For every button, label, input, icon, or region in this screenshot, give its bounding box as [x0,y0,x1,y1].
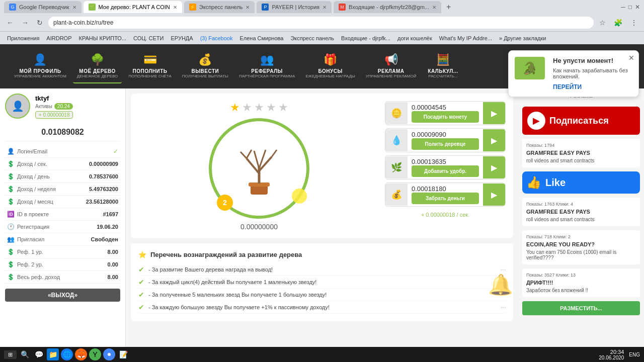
ad2-title: GRAMFREE EASY PAYS [526,209,636,215]
sidebar-ref1: 💲 Реф. 1 ур. 8.00 [5,246,120,258]
erunda-bookmark[interactable]: ЕРУНДА [168,34,196,42]
nav-withdraw[interactable]: 💰 ВЫВЕСТИ ПОЛУЧЕНИЕ ВЫПЛАТЫ [178,49,232,83]
action-water-icon: 💧 [385,129,408,151]
tab-close[interactable]: ✕ [323,5,327,10]
popup-text: Как начать зарабатывать без вложений. [553,67,632,79]
tab-email[interactable]: M Входящие - djrpfkmyfz28@gm... ✕ [334,1,441,13]
reload-button[interactable]: ↻ [34,18,45,28]
tree-level-badge: 2 [217,195,233,211]
ad2-block[interactable]: Показы: 1763 Клики: 4 GRAMFREE EASY PAYS… [522,198,640,226]
tree-section: ★ ★ ★ ★ ★ [131,94,513,238]
popup-close-button[interactable]: ✕ [628,54,634,62]
star-5: ★ [278,101,288,114]
kranы-bookmark[interactable]: КРАНЫ КРИПТО... [75,34,129,42]
tab-plant[interactable]: 🌱 Мое дерево: PLANT A COIN ✕ [84,1,182,13]
ref2-label: Реф. 2 ур. [17,261,105,267]
popup-link[interactable]: ПЕРЕЙТИ [553,83,632,90]
more-bookmarks[interactable]: » Другие закладки [496,34,549,42]
like-icon: 👍 [526,175,541,190]
fertilize-button[interactable]: Добавить удобр. [412,165,479,177]
bookmark-button[interactable]: ☆ [597,18,608,28]
action-water: 💧 0.00009090 Полить деревце ▶ [385,128,506,152]
soc-seti-bookmark[interactable]: СОЦ. СЕТИ [130,34,167,42]
tree-circle: 2 [209,118,309,219]
nav-profile[interactable]: 👤 МОЙ ПРОФИЛЬ УПРАВЛЕНИЕ АККАУНТОМ [10,49,70,83]
reward-check-1: ✔ [138,265,144,274]
sidebar-id: 🆔 ID в проекте #1697 [5,208,120,221]
water-tree-button[interactable]: Полить деревце [412,138,479,150]
reward-text-3: - За полученные 5 маленьких звезд Вы пол… [148,292,497,298]
tab-close[interactable]: ✕ [246,5,250,10]
reg-label: Регистрация [17,224,94,230]
like-block[interactable]: 👍 Like [522,171,640,194]
express-bookmark[interactable]: Экспресс панель [287,34,337,42]
income-day-value: 0.78537600 [89,173,118,179]
address-bar[interactable]: plant-a-coin.biz/ru/tree [48,17,594,29]
login-icon: 👤 [7,148,14,155]
taskbar-app-icon[interactable]: 📝 [117,348,129,360]
extensions-button[interactable]: 🧩 [611,18,625,28]
reward-dots-4: ··· [501,304,506,311]
facebook-bookmark[interactable]: (3) Facebook [197,34,236,42]
airdrop-bookmark[interactable]: AIRDROP [43,34,74,42]
apps-bookmark[interactable]: Приложения [4,34,42,42]
ad4-block[interactable]: Показы: 3527 Клики: 13 ДРИФТ!!!! Заработ… [522,268,640,297]
taskbar-chrome-icon[interactable] [103,348,115,360]
income-month-icon: 💲 [7,198,14,205]
rewards-icon: ⭐ [138,251,146,258]
plant-coin-go-button[interactable]: ▶ [483,102,505,124]
maximize-button[interactable]: □ [628,4,632,11]
start-button[interactable]: ⊞ [4,350,17,359]
tab-close[interactable]: ✕ [432,5,436,10]
place-ad-button[interactable]: РАЗМЕСТИТЬ... [522,301,640,315]
reward-item-3: ✔ - За полученные 5 маленьких звезд Вы п… [138,289,506,301]
tab-close[interactable]: ✕ [72,5,76,10]
sidebar: 👤 tktyf Активы 20.24 + 0.00000018 0.0108… [0,88,126,362]
withdraw-money-button[interactable]: Забрать деньги [412,193,479,204]
inbox-bookmark[interactable]: Входящие - djrpfk... [338,34,393,42]
taskbar-search-icon[interactable]: 🔍 [19,348,31,360]
tab-google[interactable]: G Google Переводчик ✕ [4,1,82,13]
ip-bookmark[interactable]: What's My IP Addre... [436,34,495,42]
logout-button[interactable]: «ВЫХОД» [5,289,120,302]
new-tab-button[interactable]: + [443,3,454,12]
close-button[interactable]: ✕ [635,4,640,11]
ad1-block[interactable]: Показы: 1794 GRAMFREE EASY PAYS roll vid… [522,139,640,167]
taskbar-yandex-icon[interactable]: Y [89,348,101,360]
tab-label: PAYEER | История [272,4,319,10]
nav-ads[interactable]: 📢 РЕКЛАМА УПРАВЛЕНИЕ РЕКЛАМОЙ [362,49,420,83]
ad3-block[interactable]: Показы: 718 Клики: 2 ECOIN,ARE YOU READY… [522,230,640,264]
avatar: 👤 [5,94,30,119]
svg-point-11 [108,353,111,356]
nav-tree[interactable]: 🌳 МОЁ ДЕРЕВО ДЕНЕЖНОЕ ДЕРЕВО [73,49,122,83]
tab-express[interactable]: ⚡ Экспресс панель ✕ [184,1,255,13]
plant-coin-button[interactable]: Посадить монету [412,111,479,123]
menu-button[interactable]: ⋮ [628,18,640,28]
fertilize-go-button[interactable]: ▶ [483,156,505,178]
forward-button[interactable]: → [19,18,31,28]
center-content: ★ ★ ★ ★ ★ [126,88,518,362]
sidebar-login-field: 👤 Логин/Email ✓ [5,145,120,158]
withdraw-go-button[interactable]: ▶ [483,184,505,206]
sidebar-balance: 0.01089082 [5,124,120,141]
nav-calc[interactable]: 🧮 КАЛЬКУЛ... РАССЧИТАТЬ... [423,49,463,83]
back-button[interactable]: ← [4,18,16,28]
minimize-button[interactable]: ─ [621,4,625,11]
income-week-value: 5.49763200 [89,186,118,192]
dogs-bookmark[interactable]: доги кошелёк [394,34,435,42]
taskbar-chat-icon[interactable]: 💬 [33,348,45,360]
nav-bonuses[interactable]: 🎁 БОНУСЫ ЕЖЕДНЕВНЫЕ НАГРАДЫ [301,49,359,83]
taskbar-firefox-icon[interactable]: 🦊 [75,348,87,360]
nav-referrals[interactable]: 👥 РЕФЕРАЛЫ ПАРТНЁРСКАЯ ПРОГРАММА [235,49,299,83]
subscribe-banner[interactable]: ▶ Подписаться [522,107,640,135]
water-tree-go-button[interactable]: ▶ [483,129,505,151]
taskbar-folder-icon[interactable]: 📁 [47,348,59,360]
sidebar-reg: 🕐 Регистрация 19.06.20 [5,221,120,233]
tab-payeer[interactable]: P PAYEER | История ✕ [257,1,332,13]
nav-deposit[interactable]: 💳 ПОПОЛНИТЬ ПОПОЛНЕНИЕ СЧЁТА [124,49,175,83]
tab-close[interactable]: ✕ [173,5,177,10]
elena-bookmark[interactable]: Елена Смирнова [236,34,286,42]
ads-icon: 📢 [384,53,398,66]
taskbar-browser-icon[interactable]: 🌐 [61,348,73,360]
rewards-title: ⭐ Перечень вознаграждений за развитие де… [138,251,506,258]
